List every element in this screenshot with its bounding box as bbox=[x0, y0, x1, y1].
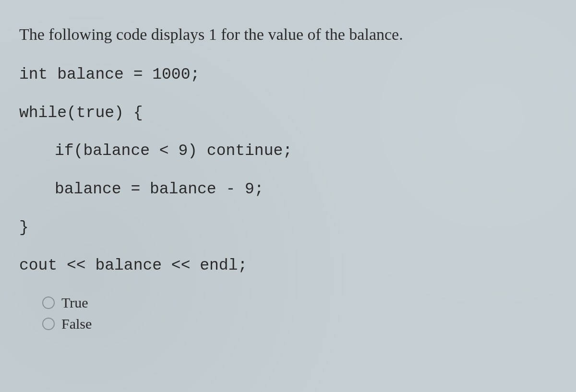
code-line-3: if(balance < 9) continue; bbox=[19, 142, 557, 161]
option-true-label: True bbox=[61, 295, 88, 311]
radio-icon[interactable] bbox=[42, 318, 55, 330]
code-block: int balance = 1000; while(true) { if(bal… bbox=[19, 65, 557, 275]
question-prompt: The following code displays 1 for the va… bbox=[19, 24, 557, 45]
option-false[interactable]: False bbox=[42, 316, 557, 332]
radio-icon[interactable] bbox=[42, 297, 55, 309]
code-line-1: int balance = 1000; bbox=[19, 65, 557, 84]
code-line-2: while(true) { bbox=[19, 104, 557, 123]
code-line-5: } bbox=[19, 218, 557, 238]
code-line-4: balance = balance - 9; bbox=[19, 180, 557, 199]
option-true[interactable]: True bbox=[42, 295, 557, 311]
code-line-6: cout << balance << endl; bbox=[19, 256, 557, 275]
answer-options: True False bbox=[19, 295, 557, 332]
option-false-label: False bbox=[61, 316, 92, 332]
